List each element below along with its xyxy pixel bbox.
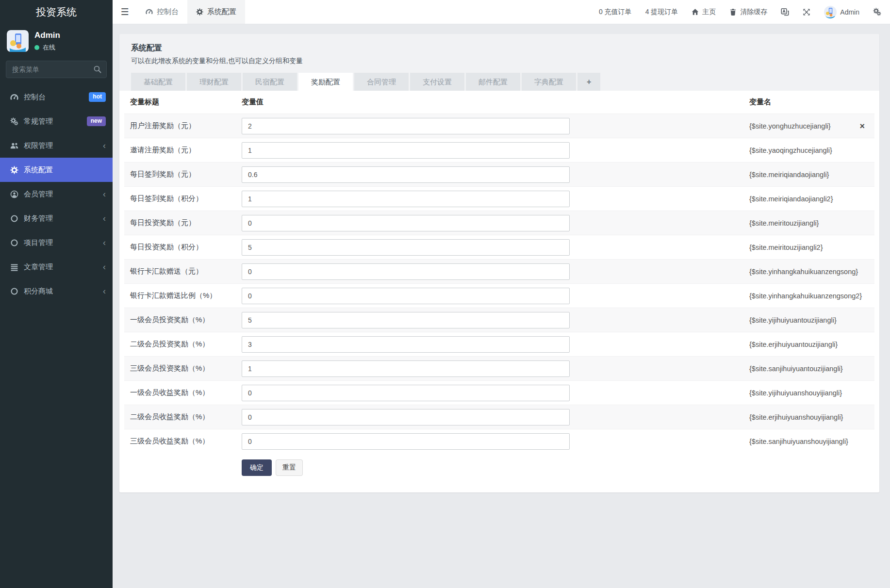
row-value-input[interactable] <box>242 118 570 134</box>
table-row: 邀请注册奖励（元） {$site.yaoqingzhucejiangli} <box>124 138 874 162</box>
gear-icon <box>10 166 18 174</box>
config-tab-字典配置[interactable]: 字典配置 <box>522 73 576 91</box>
config-tab-邮件配置[interactable]: 邮件配置 <box>466 73 520 91</box>
sidebar-item-general[interactable]: 常规管理 new <box>0 109 113 133</box>
menu-toggle-icon[interactable]: ☰ <box>113 0 137 24</box>
row-value-input[interactable] <box>242 336 570 353</box>
chevron-left-icon: ‹ <box>103 262 106 271</box>
user-panel: Admin 在线 <box>0 24 113 57</box>
row-title: 三级会员收益奖励（%） <box>124 437 242 446</box>
row-varname: {$site.meiriqiandaojiangli2} <box>749 195 833 203</box>
sidebar-item-label: 控制台 <box>24 93 46 102</box>
row-value-input[interactable] <box>242 360 570 377</box>
config-tab-民宿配置[interactable]: 民宿配置 <box>243 73 297 91</box>
main-area: ☰ 控制台 系统配置 0 充值订单 4 提现订单 主页 清除缓存 <box>113 0 890 588</box>
row-title: 银行卡汇款赠送（元） <box>124 267 242 276</box>
config-tab-支付设置[interactable]: 支付设置 <box>410 73 464 91</box>
row-varname-cell: {$site.yijihuiyuanshouyijiangli} <box>749 389 874 397</box>
row-varname: {$site.meiritouzijiangli} <box>749 219 819 227</box>
sidebar-item-article[interactable]: 文章管理 ‹ <box>0 255 113 279</box>
row-value-input[interactable] <box>242 263 570 280</box>
row-varname: {$site.erjihuiyuantouzijiangli} <box>749 341 838 348</box>
row-value-input[interactable] <box>242 191 570 207</box>
submit-button[interactable]: 确定 <box>242 459 272 476</box>
row-title: 三级会员投资奖励（%） <box>124 364 242 373</box>
navbar-username: Admin <box>840 8 859 16</box>
home-icon <box>692 8 699 16</box>
table-row: 每日签到奖励（元） {$site.meiriqiandaojiangli} <box>124 162 874 186</box>
sidebar-item-member[interactable]: 会员管理 ‹ <box>0 182 113 206</box>
add-tab-button[interactable]: + <box>577 73 600 91</box>
search-icon[interactable] <box>93 65 101 73</box>
page-subtitle: 可以在此增改系统的变量和分组,也可以自定义分组和变量 <box>131 57 868 65</box>
nav-tab-system-config[interactable]: 系统配置 <box>187 0 245 24</box>
user-menu[interactable]: Admin <box>824 6 859 18</box>
row-value-input[interactable] <box>242 166 570 183</box>
nav-tab-label: 控制台 <box>157 7 179 16</box>
row-title: 每日投资奖励（积分） <box>124 243 242 252</box>
table-row: 每日投资奖励（元） {$site.meiritouzijiangli} <box>124 211 874 235</box>
sidebar-item-config[interactable]: 系统配置 <box>0 158 113 182</box>
row-varname-cell: {$site.erjihuiyuanshouyijiangli} <box>749 413 874 421</box>
clear-cache-link[interactable]: 清除缓存 <box>729 8 767 16</box>
sidebar-item-console[interactable]: 控制台 hot <box>0 85 113 109</box>
sidebar-item-auth[interactable]: 权限管理 ‹ <box>0 133 113 158</box>
row-value-input[interactable] <box>242 288 570 304</box>
row-value-cell <box>242 360 749 377</box>
row-title: 用户注册奖励（元） <box>124 121 242 131</box>
row-varname: {$site.yijihuiyuanshouyijiangli} <box>749 389 842 397</box>
row-value-cell <box>242 118 749 134</box>
row-varname-cell: {$site.yonghuzhucejiangli} × <box>749 122 874 131</box>
chevron-left-icon: ‹ <box>103 214 106 223</box>
search-input[interactable] <box>6 61 107 78</box>
config-tab-基础配置[interactable]: 基础配置 <box>131 73 185 91</box>
config-tab-奖励配置[interactable]: 奖励配置 <box>298 73 353 91</box>
row-title: 二级会员收益奖励（%） <box>124 412 242 422</box>
charge-orders-link[interactable]: 0 充值订单 <box>599 8 632 16</box>
tachometer-icon <box>146 8 153 16</box>
row-value-cell <box>242 433 749 450</box>
row-value-input[interactable] <box>242 239 570 256</box>
config-tab-理财配置[interactable]: 理财配置 <box>187 73 241 91</box>
row-value-input[interactable] <box>242 215 570 231</box>
fullscreen-icon[interactable] <box>803 8 810 16</box>
row-value-cell <box>242 191 749 207</box>
sidebar-item-project[interactable]: 项目管理 ‹ <box>0 230 113 255</box>
clear-cache-label: 清除缓存 <box>740 8 767 16</box>
row-value-input[interactable] <box>242 433 570 450</box>
gears-icon[interactable] <box>873 8 881 16</box>
row-value-input[interactable] <box>242 312 570 328</box>
config-tab-合同管理[interactable]: 合同管理 <box>354 73 409 91</box>
sidebar-item-label: 文章管理 <box>24 262 53 272</box>
user-name: Admin <box>34 31 60 40</box>
row-varname-cell: {$site.meiriqiandaojiangli} <box>749 171 874 179</box>
config-card: 系统配置 可以在此增改系统的变量和分组,也可以自定义分组和变量 基础配置 理财配… <box>119 34 879 492</box>
home-label: 主页 <box>702 8 716 16</box>
avatar <box>7 30 29 52</box>
tachometer-icon <box>10 93 18 101</box>
avatar <box>824 6 837 18</box>
sidebar-item-mall[interactable]: 积分商城 ‹ <box>0 279 113 303</box>
row-varname: {$site.yinhangkahuikuanzengsong2} <box>749 292 862 300</box>
row-value-input[interactable] <box>242 142 570 159</box>
reset-button[interactable]: 重置 <box>276 459 303 476</box>
row-value-input[interactable] <box>242 385 570 401</box>
row-varname: {$site.meiriqiandaojiangli} <box>749 171 829 179</box>
close-icon[interactable]: × <box>859 122 874 131</box>
row-varname: {$site.yaoqingzhucejiangli} <box>749 147 832 154</box>
sidebar-search <box>6 61 107 78</box>
row-varname: {$site.meiritouzijiangli2} <box>749 244 823 251</box>
row-value-input[interactable] <box>242 409 570 425</box>
sidebar-item-label: 财务管理 <box>24 214 53 223</box>
list-icon <box>10 263 18 271</box>
form-actions: 确定 重置 <box>124 459 874 476</box>
sidebar-item-finance[interactable]: 财务管理 ‹ <box>0 206 113 230</box>
chevron-left-icon: ‹ <box>103 238 106 247</box>
withdraw-orders-link[interactable]: 4 提现订单 <box>645 8 678 16</box>
nav-tab-console[interactable]: 控制台 <box>137 0 187 24</box>
home-link[interactable]: 主页 <box>692 8 716 16</box>
chevron-left-icon: ‹ <box>103 141 106 150</box>
user-status: 在线 <box>34 43 60 52</box>
circle-icon <box>10 214 18 223</box>
language-icon[interactable] <box>781 8 789 16</box>
